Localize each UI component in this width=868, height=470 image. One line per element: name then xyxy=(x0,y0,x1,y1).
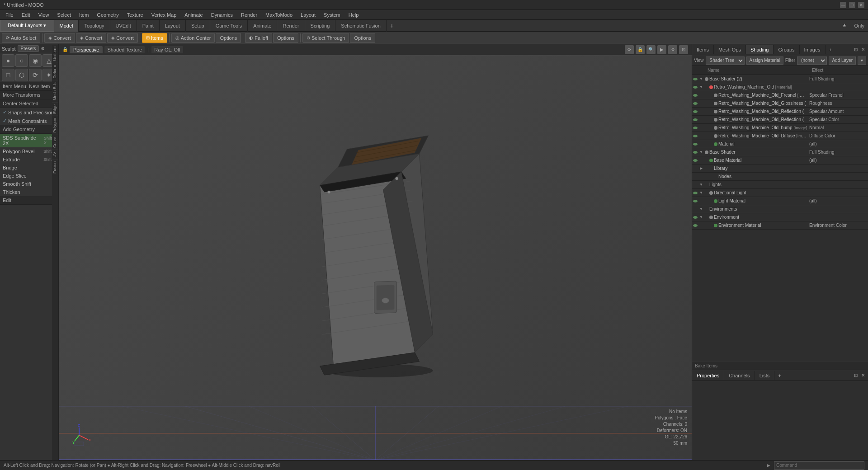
mesh-constraints-item[interactable]: ✓ Mesh Constraints xyxy=(0,117,58,125)
items-button[interactable]: ⊞ Items xyxy=(142,33,167,43)
filter-select[interactable]: (none) xyxy=(797,56,827,65)
toggle-baseshader[interactable]: ▼ xyxy=(698,77,704,81)
convert-button-3[interactable]: ◈ Convert xyxy=(107,33,138,43)
assign-material-button[interactable]: Assign Material xyxy=(746,56,783,65)
right-tab-images[interactable]: Images xyxy=(800,45,826,54)
sculpt-tool-5[interactable]: □ xyxy=(2,69,14,81)
falloff-button[interactable]: ◐ Falloff xyxy=(245,33,272,43)
eye-icon-lightmat[interactable] xyxy=(692,200,698,202)
right-tab-meshops[interactable]: Mesh Ops xyxy=(714,45,746,54)
tab-schematic[interactable]: Schematic Fusion xyxy=(335,20,386,32)
vtab-curve[interactable]: Curve xyxy=(52,135,58,150)
sculpt-tool-7[interactable]: ⟳ xyxy=(29,69,42,81)
menu-dynamics[interactable]: Dynamics xyxy=(208,11,236,19)
bridge-item[interactable]: Bridge xyxy=(0,164,58,172)
vp-expand-icon[interactable]: ⊡ xyxy=(679,45,688,54)
polygon-bevel-item[interactable]: Polygon Bevel Shift-B xyxy=(0,147,58,155)
shader-row-base-shader2[interactable]: ▼ Base Shader Full Shading xyxy=(692,148,868,156)
shader-row-refl1[interactable]: Retro_Washing_Machine_Old_Reflection ( S… xyxy=(692,108,868,116)
snaps-precision-item[interactable]: ✓ Snaps and Precision xyxy=(0,108,58,117)
tab-setup[interactable]: Setup xyxy=(186,20,210,32)
sculpt-tool-3[interactable]: ◉ xyxy=(29,54,42,67)
right-expand-btn[interactable]: ⊡ xyxy=(853,47,859,53)
menu-file[interactable]: File xyxy=(2,11,17,19)
vp-search-icon[interactable]: 🔍 xyxy=(646,45,656,54)
menu-geometry[interactable]: Geometry xyxy=(93,11,122,19)
menu-edit[interactable]: Edit xyxy=(18,11,34,19)
vtab-polygon[interactable]: Polygon xyxy=(52,116,58,135)
tab-topology[interactable]: Topology xyxy=(79,20,110,32)
more-transforms-header[interactable]: More Transforms ▾ xyxy=(0,91,58,99)
eye-icon-refl2[interactable] xyxy=(692,118,698,121)
add-geometry-header[interactable]: Add Geometry ▾ xyxy=(0,125,58,134)
shader-row-retro-mat[interactable]: ▼ Retro_Washing_Machine_Old [Material] xyxy=(692,83,868,91)
shader-row-material[interactable]: Material (all) xyxy=(692,140,868,148)
eye-icon-baseshader2[interactable] xyxy=(692,151,698,154)
item-menu-header[interactable]: Item Menu: New Item ▾ xyxy=(0,82,58,91)
tab-gametools[interactable]: Game Tools xyxy=(210,20,248,32)
shader-row-environments[interactable]: ▼ Environments xyxy=(692,205,868,213)
eye-icon-envmat[interactable] xyxy=(692,224,698,227)
shader-row-refl2[interactable]: Retro_Washing_Machine_Old_Reflection ( S… xyxy=(692,116,868,124)
select-through-button[interactable]: ⊙ Select Through xyxy=(302,33,349,43)
command-input[interactable] xyxy=(774,461,864,470)
right-tab-items[interactable]: Items xyxy=(692,45,714,54)
tab-properties[interactable]: Properties xyxy=(692,371,724,380)
options-button-2[interactable]: Options xyxy=(273,33,298,43)
right-close-btn[interactable]: ✕ xyxy=(860,47,866,53)
tab-layout[interactable]: Layout xyxy=(160,20,186,32)
presets-button[interactable]: Presets xyxy=(18,45,39,52)
menu-help[interactable]: Help xyxy=(345,11,363,19)
vp-lock-icon[interactable]: 🔒 xyxy=(636,45,645,54)
vp-reload-icon[interactable]: ⟳ xyxy=(625,45,634,54)
only-button[interactable]: Only xyxy=(850,21,868,30)
vtab-uv[interactable]: UV xyxy=(52,150,58,160)
layout-dropdown[interactable]: Default Layouts ▾ xyxy=(0,20,54,32)
right-tab-shading[interactable]: Shading xyxy=(746,45,774,54)
menu-animate[interactable]: Animate xyxy=(181,11,206,19)
options-button-1[interactable]: Options xyxy=(216,33,241,43)
preset-config-button[interactable]: ⚙ xyxy=(41,46,45,51)
shader-row-library[interactable]: ▶ Library xyxy=(692,164,868,173)
menu-texture[interactable]: Texture xyxy=(123,11,147,19)
eye-icon-baseshader[interactable] xyxy=(692,78,698,80)
tab-channels[interactable]: Channels xyxy=(724,371,755,380)
tab-uvedit[interactable]: UVEdit xyxy=(110,20,137,32)
convert-button-2[interactable]: ◈ Convert xyxy=(76,33,107,43)
center-selected-header[interactable]: Center Selected ▾ xyxy=(0,99,58,108)
shader-row-fresnel[interactable]: Retro_Washing_Machine_Old_Fresnel [Image… xyxy=(692,91,868,99)
action-center-button[interactable]: ◎ Action Center xyxy=(171,33,215,43)
convert-button-1[interactable]: ◈ Convert xyxy=(44,33,75,43)
menu-select[interactable]: Select xyxy=(53,11,75,19)
extrude-item[interactable]: Extrude Shift-X xyxy=(0,155,58,164)
eye-icon-environment[interactable] xyxy=(692,216,698,219)
vtab-deform[interactable]: Deform xyxy=(52,63,58,80)
options-button-3[interactable]: Options xyxy=(350,33,375,43)
tab-render[interactable]: Render xyxy=(277,20,305,32)
eye-icon-dirlight[interactable] xyxy=(692,192,698,194)
toggle-dirlight[interactable]: ▼ xyxy=(698,191,704,195)
eye-icon-basematerial[interactable] xyxy=(692,159,698,162)
toggle-lights[interactable]: ▼ xyxy=(698,183,704,187)
shader-row-base-shader[interactable]: ▼ Base Shader (2) Full Shading xyxy=(692,75,868,83)
smooth-shift-item[interactable]: Smooth Shift xyxy=(0,180,58,188)
sculpt-tool-6[interactable]: ⬡ xyxy=(15,69,28,81)
vtab-uniform[interactable]: Uniform xyxy=(52,44,58,63)
toggle-retro-mat[interactable]: ▼ xyxy=(698,85,704,89)
toggle-baseshader2[interactable]: ▼ xyxy=(698,150,704,154)
sculpt-tool-1[interactable]: ● xyxy=(2,54,14,67)
toggle-environment[interactable]: ▼ xyxy=(698,215,704,219)
shader-row-nodes[interactable]: Nodes xyxy=(692,173,868,181)
menu-system[interactable]: System xyxy=(320,11,344,19)
maximize-button[interactable]: □ xyxy=(849,2,855,8)
vp-ray-gl[interactable]: Ray GL: Off xyxy=(151,46,183,53)
vtab-fusion[interactable]: Fusion xyxy=(52,159,58,175)
thicken-item[interactable]: Thicken xyxy=(0,188,58,196)
menu-item[interactable]: Item xyxy=(75,11,92,19)
menu-view[interactable]: View xyxy=(35,11,53,19)
add-tab-button[interactable]: + xyxy=(387,20,397,31)
menu-maxtomodo[interactable]: MaxToModo xyxy=(262,11,296,19)
add-layer-button[interactable]: Add Layer xyxy=(829,56,856,65)
eye-icon-material[interactable] xyxy=(692,143,698,146)
shader-row-bump[interactable]: Retro_Washing_Machine_Old_bump [Image] N… xyxy=(692,124,868,132)
